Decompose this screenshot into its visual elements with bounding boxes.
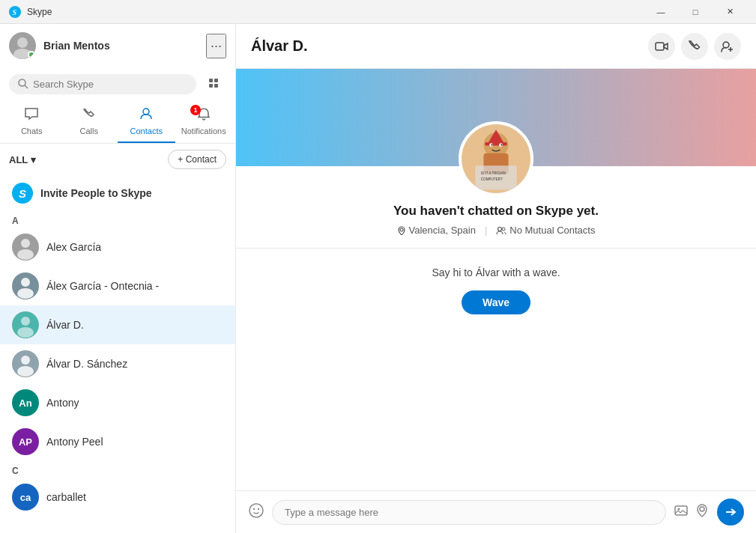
profile-more-button[interactable]: ···	[206, 34, 226, 58]
location-pin-icon	[695, 503, 710, 518]
tab-calls-label: Calls	[80, 127, 98, 135]
svg-rect-24	[656, 43, 664, 50]
maximize-button[interactable]: □	[678, 0, 713, 24]
svg-point-19	[21, 317, 30, 326]
titlebar: S Skype — □ ✕	[0, 0, 756, 24]
mutual-contacts-text: No Mutual Contacts	[509, 225, 595, 236]
all-label: ALL	[9, 154, 28, 165]
avatar: An	[12, 389, 39, 416]
close-button[interactable]: ✕	[713, 0, 747, 24]
online-indicator	[28, 51, 35, 58]
svg-text:IS IT A TROJAN: IS IT A TROJAN	[481, 171, 506, 175]
contacts-list: S Invite People to Skype A Alex García	[0, 175, 235, 533]
svg-point-35	[491, 144, 492, 145]
add-contact-button[interactable]: + Contact	[168, 150, 226, 169]
svg-point-47	[678, 508, 680, 510]
search-input-wrap	[9, 74, 196, 94]
add-contact-header-button[interactable]	[714, 33, 741, 60]
meta-divider: |	[485, 225, 487, 236]
svg-rect-8	[214, 79, 218, 82]
svg-rect-7	[209, 79, 213, 82]
invite-item[interactable]: S Invite People to Skype	[0, 175, 235, 211]
location-item: Valencia, Spain	[397, 225, 476, 236]
video-call-button[interactable]	[648, 33, 675, 60]
contact-item[interactable]: Alex García	[0, 228, 235, 266]
contacts-icon	[496, 226, 506, 235]
invite-label: Invite People to Skype	[40, 187, 152, 199]
svg-line-6	[25, 85, 28, 88]
chat-header: Álvar D.	[236, 24, 756, 69]
wave-section: Say hi to Álvar with a wave. Wave	[236, 249, 756, 490]
location-icon	[397, 226, 406, 235]
contacts-icon	[139, 106, 154, 125]
input-actions	[674, 503, 710, 522]
svg-point-3	[17, 37, 28, 48]
minimize-button[interactable]: —	[644, 0, 678, 24]
contact-item[interactable]: AP Antony Peel	[0, 422, 235, 461]
contact-item[interactable]: Álvar D. Sánchez	[0, 344, 235, 383]
wave-prompt: Say hi to Álvar with a wave.	[432, 266, 560, 278]
phone-call-button[interactable]	[681, 33, 708, 60]
contact-name: Álex García - Ontecnia -	[46, 280, 159, 292]
tab-calls[interactable]: Calls	[61, 100, 118, 143]
add-contact-icon	[721, 40, 734, 53]
wave-button[interactable]: Wave	[462, 290, 530, 314]
media-button[interactable]	[674, 503, 689, 522]
profile-banner: IS IT A TROJAN COMPUTER?	[236, 69, 756, 166]
tab-contacts-label: Contacts	[130, 127, 163, 135]
phone-icon	[688, 40, 701, 53]
svg-point-5	[19, 79, 25, 86]
main-content: Álvar D.	[236, 24, 756, 533]
contact-item[interactable]: An Antony	[0, 383, 235, 422]
contact-name: Antony	[46, 397, 79, 409]
emoji-icon	[248, 502, 264, 519]
location-button[interactable]	[695, 503, 710, 522]
notification-badge: 1	[190, 105, 201, 115]
section-letter-c: C	[0, 461, 235, 478]
tab-chats[interactable]: Chats	[3, 100, 61, 143]
contact-name: carballet	[46, 491, 86, 503]
contact-name: Antony Peel	[46, 436, 103, 448]
svg-rect-46	[675, 506, 687, 515]
emoji-button[interactable]	[248, 502, 264, 523]
svg-point-45	[258, 508, 259, 509]
svg-text:COMPUTER?: COMPUTER?	[481, 177, 503, 181]
svg-rect-10	[214, 84, 218, 88]
avatar	[12, 311, 39, 338]
all-filter-button[interactable]: ALL ▾	[9, 154, 36, 165]
send-button[interactable]	[717, 499, 744, 526]
contact-name: Álvar D.	[46, 319, 84, 331]
contacts-header: ALL ▾ + Contact	[0, 144, 235, 175]
contact-item[interactable]: ca carballet	[0, 478, 235, 517]
svg-point-41	[498, 227, 502, 231]
svg-rect-9	[209, 84, 213, 88]
profile-meta: Valencia, Spain | No Mutual Contacts	[397, 225, 596, 236]
contact-item[interactable]: Álex García - Ontecnia -	[0, 266, 235, 305]
search-input[interactable]	[33, 79, 187, 90]
message-input[interactable]	[272, 500, 666, 525]
profile-name: Brian Mentos	[43, 40, 206, 52]
svg-point-43	[250, 504, 263, 517]
search-icon	[18, 79, 28, 89]
media-icon	[674, 503, 689, 518]
avatar[interactable]	[9, 32, 36, 59]
tab-contacts[interactable]: Contacts	[118, 100, 175, 143]
app-title: Skype	[27, 7, 644, 17]
header-actions	[648, 33, 741, 60]
avatar	[12, 350, 39, 377]
svg-rect-32	[485, 142, 506, 146]
tab-notifications[interactable]: 1 Notifications	[175, 100, 233, 143]
window-controls: — □ ✕	[644, 0, 747, 24]
nav-tabs: Chats Calls Contacts	[0, 100, 235, 144]
skype-logo-icon: S	[12, 183, 33, 204]
contact-item-alvar[interactable]: Álvar D.	[0, 305, 235, 344]
mutual-contacts-item: No Mutual Contacts	[496, 225, 595, 236]
grid-icon	[208, 78, 220, 90]
tab-chats-label: Chats	[21, 127, 43, 135]
grid-button[interactable]	[202, 72, 226, 96]
avatar	[12, 272, 39, 299]
svg-point-36	[501, 144, 502, 145]
svg-point-16	[21, 278, 30, 287]
avatar: ca	[12, 484, 39, 511]
svg-point-11	[143, 109, 149, 115]
